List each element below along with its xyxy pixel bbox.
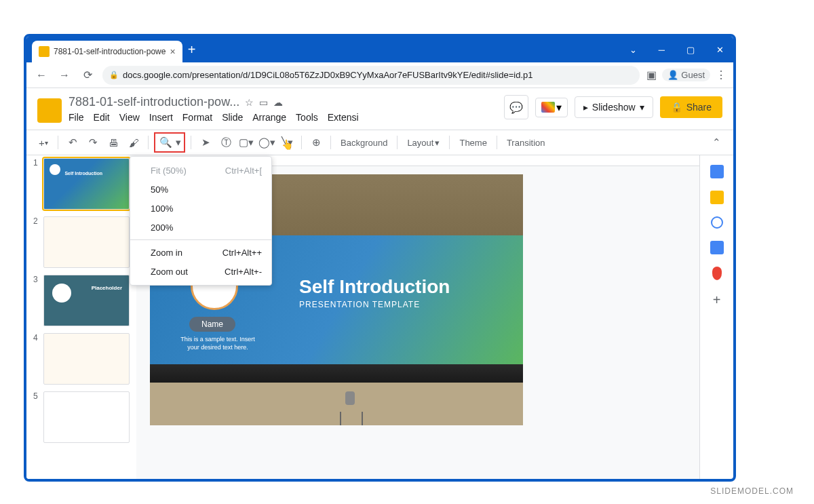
- app-header: 7881-01-self-introduction-pow... ☆ ▭ ☁ F…: [26, 88, 733, 123]
- transition-button[interactable]: Transition: [503, 138, 549, 148]
- cloud-status-icon[interactable]: ☁: [273, 97, 283, 108]
- sample-text: This is a sample text. Insert your desir…: [177, 336, 258, 351]
- maximize-button[interactable]: ▢: [682, 43, 699, 56]
- print-button[interactable]: 🖶: [104, 134, 122, 151]
- select-tool[interactable]: ➤: [197, 134, 214, 151]
- menu-file[interactable]: File: [69, 112, 84, 123]
- calendar-icon[interactable]: [710, 165, 724, 178]
- thumb-number: 3: [33, 275, 39, 326]
- reload-button[interactable]: ⟳: [79, 67, 96, 83]
- thumb-number: 1: [33, 158, 39, 210]
- add-on-button[interactable]: +: [713, 292, 721, 308]
- zoom-dropdown-caret[interactable]: ▾: [174, 134, 182, 151]
- slide-subtitle: PRESENTATION TEMPLATE: [299, 300, 420, 309]
- minimize-button[interactable]: ─: [655, 43, 669, 56]
- comments-button[interactable]: 💬: [504, 95, 528, 119]
- person-icon: 👤: [667, 70, 678, 80]
- hide-sidepanel-button[interactable]: ›: [715, 480, 718, 482]
- menu-arrange[interactable]: Arrange: [252, 112, 286, 123]
- thumb-number: 5: [33, 391, 39, 443]
- slideshow-button[interactable]: ▸ Slideshow ▾: [575, 96, 653, 118]
- thumbnail-panel: 1 Self Introduction 2 3 Placeholder 4: [26, 155, 136, 482]
- guest-label: Guest: [681, 70, 705, 80]
- share-button[interactable]: 🔒 Share: [660, 96, 722, 118]
- zoom-50-item[interactable]: 50%: [130, 180, 271, 199]
- chevron-down-icon[interactable]: ⌄: [625, 43, 641, 56]
- menu-format[interactable]: Format: [182, 112, 212, 123]
- slide-thumb-5[interactable]: [43, 391, 130, 443]
- profile-chip[interactable]: 👤 Guest: [662, 69, 710, 81]
- undo-button[interactable]: ↶: [64, 134, 81, 151]
- browser-menu-icon[interactable]: ⋮: [716, 69, 726, 81]
- address-bar[interactable]: 🔒 docs.google.com/presentation/d/1D9CiL0…: [102, 66, 640, 85]
- slide-title: Self Introduction: [299, 276, 450, 298]
- menu-view[interactable]: View: [119, 112, 140, 123]
- side-panel: + ›: [699, 155, 733, 482]
- toolbar: +▾ ↶ ↷ 🖶 🖌 🔍 ▾ 👆 ➤ Ⓣ ▢▾ ◯▾ ╲▾ ⊕ Backgrou…: [26, 130, 733, 155]
- slides-logo-icon[interactable]: [37, 98, 62, 123]
- name-label: Name: [189, 317, 235, 332]
- url-bar: ← → ⟳ 🔒 docs.google.com/presentation/d/1…: [26, 62, 733, 88]
- new-slide-button[interactable]: +▾: [35, 134, 52, 151]
- layout-button[interactable]: Layout▾: [403, 138, 444, 148]
- image-tool[interactable]: ▢▾: [237, 134, 255, 151]
- theme-button[interactable]: Theme: [455, 138, 490, 148]
- zoom-out-item[interactable]: Zoom outCtrl+Alt+-: [130, 262, 271, 281]
- lock-icon: 🔒: [671, 102, 682, 113]
- line-tool[interactable]: ╲▾: [278, 134, 296, 151]
- keep-icon[interactable]: [710, 191, 724, 204]
- zoom-200-item[interactable]: 200%: [130, 218, 271, 237]
- collapse-toolbar-button[interactable]: ⌃: [708, 134, 725, 151]
- star-icon[interactable]: ☆: [245, 97, 254, 108]
- zoom-button[interactable]: 🔍: [157, 134, 174, 151]
- close-window-button[interactable]: ✕: [712, 43, 728, 56]
- textbox-tool[interactable]: Ⓣ: [217, 134, 235, 151]
- paint-format-button[interactable]: 🖌: [125, 134, 142, 151]
- meet-icon: [541, 102, 555, 113]
- contacts-icon[interactable]: [710, 241, 724, 254]
- caret-down-icon: ▾: [556, 101, 562, 114]
- menu-insert[interactable]: Insert: [149, 112, 173, 123]
- zoom-tool-highlight: 🔍 ▾ 👆: [154, 132, 185, 153]
- menu-extensions[interactable]: Extensi: [328, 112, 359, 123]
- caret-down-icon: ▾: [640, 102, 644, 113]
- back-button[interactable]: ←: [33, 67, 50, 83]
- tasks-icon[interactable]: [711, 216, 723, 229]
- shape-tool[interactable]: ◯▾: [258, 134, 275, 151]
- menu-tools[interactable]: Tools: [296, 112, 318, 123]
- meet-button[interactable]: ▾: [535, 98, 568, 117]
- lock-icon: 🔒: [109, 71, 119, 79]
- zoom-dropdown-menu: Fit (50%)Ctrl+Alt+[ 50% 100% 200% Zoom i…: [130, 156, 272, 286]
- tab-title: 7881-01-self-introduction-powe: [54, 47, 166, 56]
- move-icon[interactable]: ▭: [259, 97, 268, 108]
- thumb-number: 2: [33, 216, 39, 268]
- watermark: SLIDEMODEL.COM: [710, 486, 794, 496]
- tab-close-icon[interactable]: ×: [170, 46, 175, 57]
- menu-slide[interactable]: Slide: [222, 112, 243, 123]
- new-tab-button[interactable]: +: [188, 42, 196, 58]
- comment-button[interactable]: ⊕: [307, 134, 325, 151]
- slide-thumb-2[interactable]: [43, 216, 130, 268]
- doc-title[interactable]: 7881-01-self-introduction-pow...: [69, 95, 239, 109]
- window-titlebar: 7881-01-self-introduction-powe × + ⌄ ─ ▢…: [26, 37, 733, 62]
- url-text: docs.google.com/presentation/d/1D9CiL08o…: [123, 70, 532, 80]
- zoom-in-item[interactable]: Zoom inCtrl+Alt++: [130, 243, 271, 262]
- forward-button[interactable]: →: [56, 67, 73, 83]
- maps-icon[interactable]: [712, 267, 722, 280]
- thumb-number: 4: [33, 333, 39, 385]
- play-icon: ▸: [583, 102, 588, 113]
- slide-thumb-3[interactable]: Placeholder: [43, 275, 130, 326]
- zoom-100-item[interactable]: 100%: [130, 199, 271, 218]
- redo-button[interactable]: ↷: [84, 134, 102, 151]
- chair-image: [333, 391, 367, 425]
- slide-thumb-1[interactable]: Self Introduction: [43, 158, 130, 210]
- slide-thumb-4[interactable]: [43, 333, 130, 385]
- zoom-fit-item[interactable]: Fit (50%)Ctrl+Alt+[: [130, 161, 271, 180]
- background-button[interactable]: Background: [336, 138, 391, 148]
- slides-favicon-icon: [39, 46, 50, 57]
- menu-edit[interactable]: Edit: [94, 112, 110, 123]
- browser-window: 7881-01-self-introduction-powe × + ⌄ ─ ▢…: [24, 34, 736, 482]
- browser-tab[interactable]: 7881-01-self-introduction-powe ×: [32, 41, 182, 62]
- menubar: File Edit View Insert Format Slide Arran…: [69, 112, 497, 123]
- tab-overview-icon[interactable]: ▣: [646, 69, 657, 81]
